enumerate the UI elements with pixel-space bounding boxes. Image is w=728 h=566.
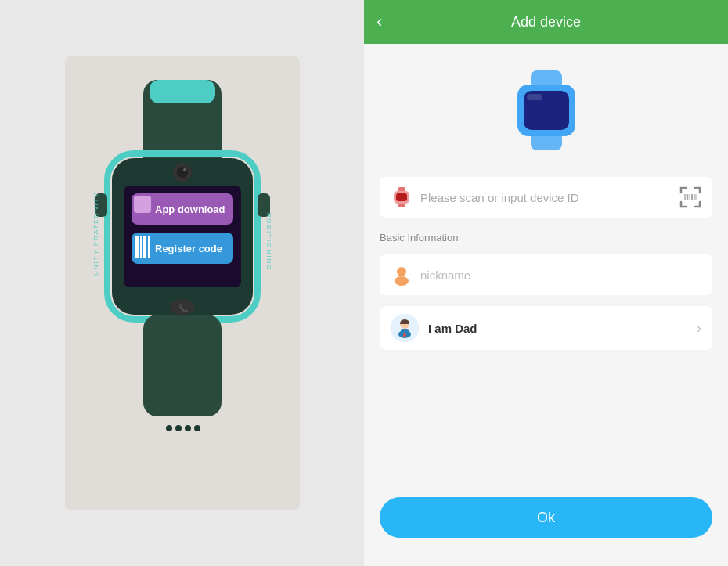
chevron-right-icon: › — [697, 320, 701, 337]
back-button[interactable]: ‹ — [377, 12, 382, 32]
role-avatar — [391, 314, 419, 342]
barcode-scan-icon[interactable] — [679, 186, 701, 208]
svg-rect-16 — [148, 236, 150, 258]
svg-rect-10 — [134, 196, 151, 213]
svg-point-45 — [395, 276, 409, 286]
ok-button[interactable]: Ok — [380, 497, 712, 538]
content-area: Please scan or input device ID Basic Inf… — [364, 44, 728, 566]
role-name: Dad — [455, 322, 477, 335]
basic-info-label: Basic Information — [380, 232, 712, 243]
svg-text:UNITY FRATERNITY: UNITY FRATERNITY — [92, 191, 99, 276]
svg-point-24 — [194, 425, 200, 431]
person-icon — [391, 264, 413, 286]
svg-rect-13 — [135, 236, 139, 258]
svg-text:POSITIONING: POSITIONING — [265, 213, 272, 271]
svg-point-6 — [177, 167, 188, 178]
spacer — [380, 361, 712, 486]
left-photo-panel: App download Register code 📞 UNITY FRATE… — [0, 0, 364, 566]
watch-illustration-icon — [503, 67, 589, 153]
role-text: I am Dad — [428, 322, 687, 335]
header-title: Add device — [511, 14, 581, 31]
svg-rect-18 — [143, 315, 222, 416]
svg-rect-2 — [150, 80, 215, 103]
role-select-row[interactable]: I am Dad › — [380, 306, 712, 350]
svg-rect-33 — [527, 94, 542, 100]
svg-point-22 — [175, 425, 182, 431]
nickname-input[interactable] — [420, 269, 701, 282]
scan-input-row[interactable]: Please scan or input device ID — [380, 177, 712, 218]
svg-point-23 — [185, 425, 191, 431]
svg-text:📞: 📞 — [178, 303, 189, 313]
svg-text:App download: App download — [155, 204, 225, 215]
watch-photo-svg: App download Register code 📞 UNITY FRATE… — [65, 56, 300, 510]
svg-rect-15 — [143, 236, 146, 258]
svg-rect-37 — [396, 193, 407, 201]
nickname-input-row[interactable] — [380, 254, 712, 295]
device-icon — [391, 186, 413, 208]
svg-point-44 — [397, 267, 406, 276]
watch-icon-area — [380, 59, 712, 166]
svg-point-7 — [183, 168, 186, 171]
header: ‹ Add device — [364, 0, 728, 44]
scan-placeholder-text: Please scan or input device ID — [420, 191, 672, 204]
svg-point-21 — [166, 425, 172, 431]
svg-text:Register code: Register code — [155, 243, 222, 254]
right-panel: ‹ Add device — [364, 0, 728, 566]
svg-rect-14 — [140, 236, 142, 258]
